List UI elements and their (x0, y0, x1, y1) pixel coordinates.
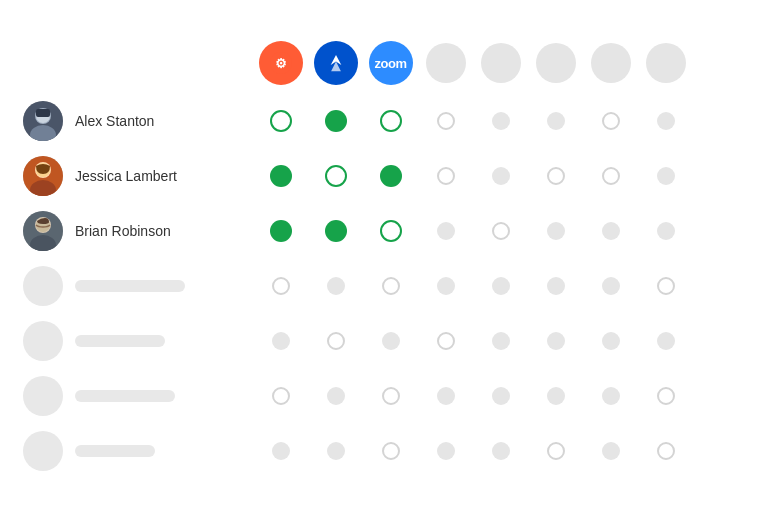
sk4-ind2 (327, 442, 345, 460)
jessica-zoom[interactable] (363, 148, 418, 203)
indicator-jessica-ph5[interactable] (657, 167, 675, 185)
main-container: ⚙ zoom (23, 13, 743, 498)
sk1-ind1 (272, 277, 290, 295)
brian-ph1[interactable] (418, 203, 473, 258)
sk3-c3 (363, 368, 418, 423)
indicator-alex-hubspot[interactable] (270, 110, 292, 132)
indicator-alex-zoom[interactable] (380, 110, 402, 132)
indicator-jessica-ph2[interactable] (492, 167, 510, 185)
sk3-ind7 (602, 387, 620, 405)
brian-ph4[interactable] (583, 203, 638, 258)
skeleton-text-2 (75, 335, 165, 347)
header-zoom: zoom (363, 33, 418, 93)
indicator-brian-hubspot[interactable] (270, 220, 292, 242)
indicator-alex-atlassian[interactable] (325, 110, 347, 132)
alex-ph2[interactable] (473, 93, 528, 148)
sk1-c1 (253, 258, 308, 313)
skeleton-row-3-name (23, 368, 253, 423)
indicator-jessica-atlassian[interactable] (325, 165, 347, 187)
indicator-alex-ph2[interactable] (492, 112, 510, 130)
indicator-alex-ph1[interactable] (437, 112, 455, 130)
placeholder-icon-3 (536, 43, 576, 83)
sk2-ind2 (327, 332, 345, 350)
sk3-c6 (528, 368, 583, 423)
sk4-c6 (528, 423, 583, 478)
jessica-atlassian[interactable] (308, 148, 363, 203)
alex-hubspot[interactable] (253, 93, 308, 148)
sk2-c3 (363, 313, 418, 368)
alex-ph5[interactable] (638, 93, 693, 148)
sk1-c6 (528, 258, 583, 313)
brian-ph5[interactable] (638, 203, 693, 258)
sk4-c5 (473, 423, 528, 478)
jessica-ph1[interactable] (418, 148, 473, 203)
header-ph1 (418, 33, 473, 93)
sk2-ind1 (272, 332, 290, 350)
indicator-brian-ph2[interactable] (492, 222, 510, 240)
brian-ph2[interactable] (473, 203, 528, 258)
indicator-brian-ph3[interactable] (547, 222, 565, 240)
header-atlassian (308, 33, 363, 93)
indicator-brian-atlassian[interactable] (325, 220, 347, 242)
alex-ph1[interactable] (418, 93, 473, 148)
alex-ph3[interactable] (528, 93, 583, 148)
sk3-c5 (473, 368, 528, 423)
indicator-brian-ph5[interactable] (657, 222, 675, 240)
sk3-c4 (418, 368, 473, 423)
avatar-alex (23, 101, 63, 141)
sk1-ind8 (657, 277, 675, 295)
sk3-ind2 (327, 387, 345, 405)
indicator-alex-ph4[interactable] (602, 112, 620, 130)
alex-zoom[interactable] (363, 93, 418, 148)
jessica-hubspot[interactable] (253, 148, 308, 203)
indicator-jessica-hubspot[interactable] (270, 165, 292, 187)
sk1-ind2 (327, 277, 345, 295)
indicator-jessica-ph4[interactable] (602, 167, 620, 185)
sk1-ind3 (382, 277, 400, 295)
sk1-ind4 (437, 277, 455, 295)
indicator-alex-ph3[interactable] (547, 112, 565, 130)
sk3-ind5 (492, 387, 510, 405)
sk1-c2 (308, 258, 363, 313)
brian-atlassian[interactable] (308, 203, 363, 258)
indicator-alex-ph5[interactable] (657, 112, 675, 130)
skeleton-row-1-name (23, 258, 253, 313)
jessica-ph2[interactable] (473, 148, 528, 203)
sk2-ind5 (492, 332, 510, 350)
alex-atlassian[interactable] (308, 93, 363, 148)
user-name-alex: Alex Stanton (75, 113, 154, 129)
header-name-col (23, 33, 253, 93)
sk1-c7 (583, 258, 638, 313)
sk2-ind7 (602, 332, 620, 350)
indicator-brian-ph1[interactable] (437, 222, 455, 240)
sk4-ind5 (492, 442, 510, 460)
sk1-ind7 (602, 277, 620, 295)
brian-hubspot[interactable] (253, 203, 308, 258)
indicator-jessica-ph3[interactable] (547, 167, 565, 185)
brian-ph3[interactable] (528, 203, 583, 258)
sk1-c8 (638, 258, 693, 313)
hubspot-icon: ⚙ (259, 41, 303, 85)
sk4-ind8 (657, 442, 675, 460)
jessica-ph4[interactable] (583, 148, 638, 203)
skeleton-avatar-4 (23, 431, 63, 471)
skeleton-row-4-name (23, 423, 253, 478)
sk4-c3 (363, 423, 418, 478)
jessica-ph3[interactable] (528, 148, 583, 203)
sk3-ind1 (272, 387, 290, 405)
skeleton-avatar-2 (23, 321, 63, 361)
sk4-c7 (583, 423, 638, 478)
user-row-jessica-name: Jessica Lambert (23, 148, 253, 203)
brian-zoom[interactable] (363, 203, 418, 258)
indicator-brian-zoom[interactable] (380, 220, 402, 242)
avatar-jessica (23, 156, 63, 196)
sk3-ind3 (382, 387, 400, 405)
jessica-ph5[interactable] (638, 148, 693, 203)
sk4-c8 (638, 423, 693, 478)
indicator-jessica-zoom[interactable] (380, 165, 402, 187)
skeleton-text-4 (75, 445, 155, 457)
sk2-c1 (253, 313, 308, 368)
indicator-jessica-ph1[interactable] (437, 167, 455, 185)
alex-ph4[interactable] (583, 93, 638, 148)
indicator-brian-ph4[interactable] (602, 222, 620, 240)
